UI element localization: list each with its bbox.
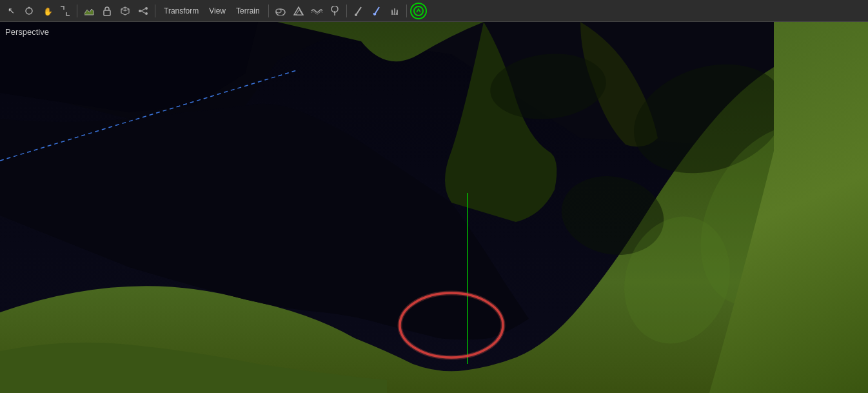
separator-3 (268, 5, 269, 17)
separator-2 (155, 5, 155, 17)
svg-line-11 (141, 8, 145, 11)
select-icon[interactable]: ↖ (3, 3, 19, 19)
svg-point-19 (355, 14, 357, 16)
active-tool-icon[interactable] (410, 3, 427, 19)
svg-line-12 (141, 11, 145, 14)
svg-point-9 (145, 7, 148, 10)
svg-point-10 (145, 12, 148, 15)
svg-point-26 (414, 6, 423, 15)
svg-text:✋: ✋ (43, 6, 52, 16)
mountain-icon[interactable] (290, 3, 307, 19)
zoom-icon[interactable] (57, 3, 74, 19)
landscape-icon[interactable] (81, 3, 97, 19)
grass-brush-icon[interactable] (386, 3, 403, 19)
svg-line-6 (121, 9, 125, 11)
sculpt-brush-icon[interactable] (368, 3, 385, 19)
menu-bar: Transform View Terrain (159, 4, 265, 18)
viewport[interactable]: Perspective (0, 22, 868, 393)
svg-rect-3 (104, 10, 110, 15)
toolbar: ↖ ✋ Transform View Terrain (0, 0, 868, 22)
transform-menu[interactable]: Transform (159, 4, 204, 18)
cloud-icon[interactable] (272, 3, 289, 19)
perspective-label: Perspective (5, 27, 49, 37)
foliage-icon[interactable] (326, 3, 343, 19)
paint-brush-icon[interactable] (350, 3, 367, 19)
orbit-icon[interactable] (21, 3, 37, 19)
svg-line-18 (356, 7, 361, 15)
pan-icon[interactable]: ✋ (39, 3, 55, 19)
separator-4 (346, 5, 347, 17)
terrain-canvas (0, 22, 868, 393)
cube-icon[interactable] (117, 3, 133, 19)
node-icon[interactable] (135, 3, 152, 19)
terrain-menu[interactable]: Terrain (231, 4, 265, 18)
svg-line-7 (125, 9, 129, 11)
view-menu[interactable]: View (204, 4, 231, 18)
separator-5 (406, 5, 407, 17)
svg-point-1 (28, 6, 30, 8)
separator-1 (77, 5, 77, 17)
svg-point-14 (276, 9, 281, 13)
water-icon[interactable] (308, 3, 325, 19)
lock-icon[interactable] (99, 3, 115, 19)
svg-line-20 (375, 7, 379, 14)
svg-point-8 (139, 10, 141, 12)
